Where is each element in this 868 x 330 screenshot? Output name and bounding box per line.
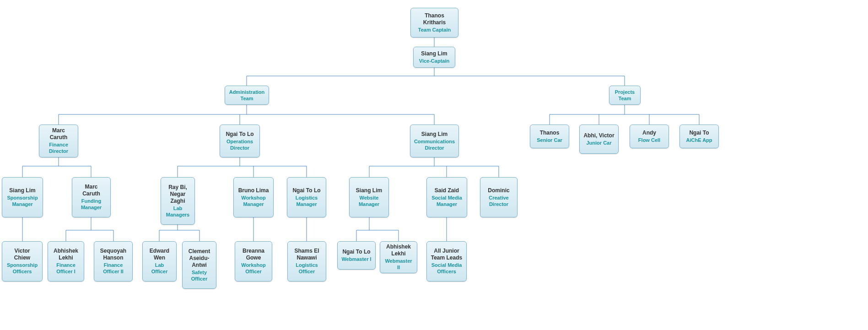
node-finance-officer-1[interactable]: Abhishek Lekhi Finance Officer I	[48, 241, 84, 281]
node-senior-car[interactable]: Thanos Senior Car	[530, 124, 569, 148]
node-captain[interactable]: Thanos Kritharis Team Captain	[410, 8, 458, 38]
node-title: Webmaster II	[384, 258, 413, 271]
node-title: Lab Managers	[165, 206, 191, 218]
node-name: Ngai To Lo	[292, 187, 320, 194]
node-title: Logistics Manager	[291, 195, 322, 208]
node-funding-manager[interactable]: Marc Caruth Funding Manager	[72, 177, 111, 217]
node-safety-officer[interactable]: Clement Aseidu-Antwi Safety Officer	[182, 241, 216, 289]
node-name: Siang Lim	[9, 187, 35, 194]
node-logistics-manager[interactable]: Ngai To Lo Logistics Manager	[287, 177, 326, 217]
node-title: Workshop Manager	[237, 195, 270, 208]
node-title: Finance Officer II	[98, 262, 129, 275]
node-title: Website Manager	[353, 195, 385, 208]
node-title: Operations Director	[224, 139, 256, 151]
node-name: Marc Caruth	[43, 127, 74, 141]
node-lab-officer[interactable]: Edward Wen Lab Officer	[142, 241, 177, 281]
node-flow-cell[interactable]: Andy Flow Cell	[630, 124, 669, 148]
node-title: Sponsorship Manager	[6, 195, 39, 208]
node-title: Sponsorship Officers	[6, 262, 38, 275]
node-junior-car[interactable]: Abhi, Victor Junior Car	[579, 124, 619, 154]
node-communications-director[interactable]: Siang Lim Communications Director	[410, 124, 459, 157]
node-title: Safety Officer	[186, 270, 212, 282]
node-finance-director[interactable]: Marc Caruth Finance Director	[39, 124, 78, 157]
node-aiche-app[interactable]: Ngai To AiChE App	[679, 124, 719, 148]
node-title: Creative Director	[484, 195, 513, 208]
node-name: Bruno Lima	[238, 187, 269, 194]
node-sponsorship-officers[interactable]: Victor Chiew Sponsorship Officers	[2, 241, 43, 281]
node-title: AiChE App	[686, 137, 712, 144]
node-title: Finance Director	[43, 142, 74, 155]
node-title: Social Media Officers	[431, 262, 463, 275]
node-title: Senior Car	[537, 137, 562, 144]
node-lab-managers[interactable]: Ray Bi, Negar Zaghi Lab Managers	[161, 177, 195, 225]
node-title: Vice-Captain	[419, 58, 449, 65]
node-title: Administration Team	[229, 89, 265, 102]
node-name: Shams El Nawawi	[291, 248, 322, 261]
node-name: Siang Lim	[356, 187, 382, 194]
node-title: Team Captain	[418, 27, 451, 33]
node-social-media-officers[interactable]: All Junior Team Leads Social Media Offic…	[426, 241, 467, 281]
node-name: Andy	[642, 130, 656, 136]
node-webmaster-1[interactable]: Ngai To Lo Webmaster I	[337, 241, 376, 270]
node-title: Funding Manager	[76, 198, 107, 211]
node-name: Dominic	[488, 187, 509, 194]
node-name: Ngai To Lo	[342, 249, 370, 255]
node-website-manager[interactable]: Siang Lim Website Manager	[349, 177, 389, 217]
node-name: Edward Wen	[146, 248, 173, 261]
node-name: Clement Aseidu-Antwi	[186, 248, 212, 269]
node-title: Lab Officer	[146, 262, 173, 275]
node-name: Abhishek Lekhi	[384, 243, 413, 257]
node-projects-team[interactable]: Projects Team	[609, 86, 641, 105]
node-sponsorship-manager[interactable]: Siang Lim Sponsorship Manager	[2, 177, 43, 217]
node-name: Ngai To	[689, 130, 709, 136]
node-title: Communications Director	[414, 139, 455, 151]
node-title: Flow Cell	[638, 137, 660, 144]
node-social-media-manager[interactable]: Said Zaid Social Media Manager	[426, 177, 467, 217]
node-name: Siang Lim	[421, 50, 447, 57]
node-title: Projects Team	[613, 89, 636, 102]
node-webmaster-2[interactable]: Abhishek Lekhi Webmaster II	[380, 241, 417, 273]
node-name: Breanna Gowe	[239, 248, 268, 261]
node-title: Logistics Officer	[291, 262, 322, 275]
node-logistics-officer[interactable]: Shams El Nawawi Logistics Officer	[287, 241, 326, 281]
node-name: Said Zaid	[435, 187, 459, 194]
node-title: Finance Officer I	[52, 262, 80, 275]
node-name: Thanos Kritharis	[415, 12, 454, 26]
node-name: Victor Chiew	[6, 248, 38, 261]
node-name: Thanos	[540, 130, 560, 136]
node-title: Social Media Manager	[431, 195, 463, 208]
node-name: Siang Lim	[421, 131, 447, 138]
node-name: All Junior Team Leads	[431, 248, 463, 261]
node-workshop-manager[interactable]: Bruno Lima Workshop Manager	[233, 177, 274, 217]
node-vice[interactable]: Siang Lim Vice-Captain	[413, 47, 455, 68]
node-creative-director[interactable]: Dominic Creative Director	[480, 177, 518, 217]
node-name: Sequoyah Hanson	[98, 248, 129, 261]
node-name: Abhishek Lekhi	[52, 248, 80, 261]
node-name: Ray Bi, Negar Zaghi	[165, 184, 191, 205]
node-name: Abhi, Victor	[583, 132, 614, 139]
node-workshop-officer[interactable]: Breanna Gowe Workshop Officer	[235, 241, 272, 281]
node-operations-director[interactable]: Ngai To Lo Operations Director	[220, 124, 260, 157]
node-name: Ngai To Lo	[226, 131, 253, 138]
node-name: Marc Caruth	[76, 184, 107, 197]
node-title: Junior Car	[586, 140, 611, 146]
node-title: Webmaster I	[341, 256, 371, 263]
node-admin-team[interactable]: Administration Team	[225, 86, 269, 105]
node-finance-officer-2[interactable]: Sequoyah Hanson Finance Officer II	[94, 241, 133, 281]
node-title: Workshop Officer	[239, 262, 268, 275]
